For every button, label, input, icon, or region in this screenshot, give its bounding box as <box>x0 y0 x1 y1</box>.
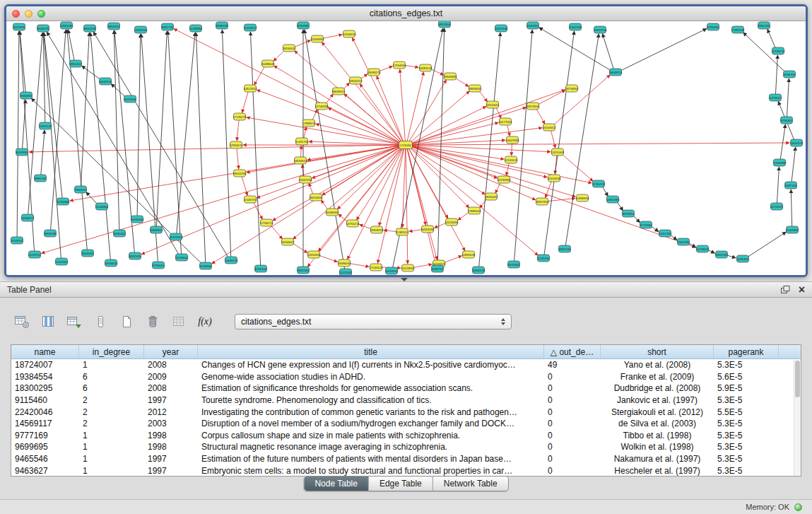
graph-edge[interactable] <box>137 34 141 216</box>
graph-node[interactable]: 11312802 <box>55 258 69 265</box>
graph-edge[interactable] <box>379 148 404 226</box>
graph-node[interactable]: 10851380 <box>606 196 620 203</box>
graph-node[interactable]: 9066865 <box>20 92 33 99</box>
graph-node[interactable]: 11260686 <box>57 198 70 205</box>
graph-node[interactable]: 22063992 <box>311 35 324 42</box>
graph-edge[interactable] <box>402 148 405 228</box>
table-row[interactable]: 1872400712008Changes of HCN gene express… <box>11 359 801 371</box>
graph-node[interactable]: 8653930 <box>16 148 28 156</box>
close-window-button[interactable] <box>12 10 20 18</box>
graph-edge[interactable] <box>196 33 205 262</box>
graph-edge[interactable] <box>431 69 444 76</box>
table-mode-icon[interactable] <box>13 313 31 331</box>
graph-node[interactable]: 9356982 <box>298 22 310 29</box>
table-row[interactable]: 946554611997Estimation of the future num… <box>11 453 801 465</box>
graph-node[interactable]: 10581482 <box>60 22 73 29</box>
graph-node[interactable]: 10631149 <box>39 122 52 129</box>
graph-node[interactable]: 15056607 <box>281 238 295 245</box>
graph-edge[interactable] <box>791 189 792 226</box>
graph-node[interactable]: 18698321 <box>332 88 346 95</box>
graph-node[interactable]: 12544310 <box>343 30 356 37</box>
graph-node[interactable]: 11381258 <box>731 26 745 33</box>
graph-node[interactable]: 17989070 <box>302 119 316 127</box>
graph-node[interactable]: 12953070 <box>230 141 243 148</box>
table-row[interactable]: 2242004622012Investigating the contribut… <box>11 406 801 418</box>
column-header[interactable]: title <box>198 345 544 358</box>
table-scrollbar[interactable] <box>794 360 801 476</box>
graph-edge[interactable] <box>536 109 545 124</box>
graph-node[interactable]: 11381111 <box>396 228 408 235</box>
graph-node[interactable]: 9570942 <box>508 261 520 268</box>
graph-edge[interactable] <box>156 31 167 226</box>
graph-node[interactable]: 8908199 <box>45 230 57 237</box>
graph-node[interactable]: 18414406 <box>310 194 323 201</box>
graph-edge[interactable] <box>407 148 437 259</box>
graph-edge[interactable] <box>23 100 26 148</box>
graph-node[interactable]: 17554300 <box>393 62 406 69</box>
graph-node[interactable]: 9425905 <box>13 23 25 30</box>
graph-edge[interactable] <box>111 84 125 98</box>
graph-node[interactable]: 10197507 <box>28 251 42 258</box>
tab-edge-table[interactable]: Edge Table <box>369 477 433 491</box>
graph-edge[interactable] <box>309 183 313 194</box>
column-header[interactable]: △ out_de… <box>544 345 601 358</box>
graph-edge[interactable] <box>411 146 535 200</box>
graph-node[interactable]: 9025506 <box>124 95 136 103</box>
graph-node[interactable]: 11371652 <box>339 269 353 275</box>
graph-node[interactable]: 9854220 <box>108 23 120 30</box>
graph-node[interactable]: 9048752 <box>432 265 444 272</box>
graph-edge[interactable] <box>479 33 500 267</box>
scrollbar-thumb[interactable] <box>795 361 800 397</box>
window-titlebar[interactable]: citations_edges.txt <box>6 6 806 21</box>
graph-edge[interactable] <box>257 90 400 144</box>
graph-edge[interactable] <box>247 117 400 144</box>
graph-edge[interactable] <box>435 223 447 228</box>
graph-edge[interactable] <box>409 230 422 232</box>
graph-node[interactable]: 18593275 <box>367 69 381 76</box>
graph-edge[interactable] <box>455 78 469 86</box>
graph-node[interactable]: 8962145 <box>758 22 770 29</box>
graph-edge[interactable] <box>41 130 45 175</box>
graph-node[interactable]: 11478527 <box>769 94 782 101</box>
graph-node[interactable]: 12891630 <box>462 251 476 258</box>
import-table-icon[interactable] <box>65 313 83 331</box>
graph-edge[interactable] <box>479 90 488 102</box>
graph-edge[interactable] <box>617 201 623 211</box>
graph-node[interactable]: 9852203 <box>70 60 82 67</box>
graph-edge[interactable] <box>254 66 265 85</box>
graph-node[interactable]: 10840136 <box>472 267 486 274</box>
graph-edge[interactable] <box>274 66 401 144</box>
graph-node[interactable]: 16116612 <box>543 124 556 131</box>
column-header[interactable]: pagerank <box>714 345 779 358</box>
graph-node[interactable]: 12161619 <box>505 156 518 163</box>
graph-edge[interactable] <box>413 264 432 268</box>
graph-edge[interactable] <box>301 146 302 157</box>
graph-node[interactable]: 9790219 <box>593 180 605 187</box>
graph-edge[interactable] <box>787 78 789 117</box>
graph-edge[interactable] <box>458 212 469 220</box>
graph-edge[interactable] <box>47 32 179 255</box>
graph-edge[interactable] <box>538 90 565 105</box>
graph-edge[interactable] <box>780 124 785 159</box>
graph-node[interactable]: 9497246 <box>785 182 797 189</box>
graph-node[interactable]: 11026753 <box>244 196 257 203</box>
graph-edge[interactable] <box>321 200 328 210</box>
graph-node[interactable]: 11157796 <box>659 230 672 237</box>
graph-node[interactable]: 11472640 <box>170 233 183 240</box>
graph-edge[interactable] <box>177 33 195 233</box>
graph-node[interactable]: 9462734 <box>162 23 174 30</box>
graph-node[interactable]: 9753510 <box>11 237 23 244</box>
graph-edge[interactable] <box>553 75 610 125</box>
graph-edge[interactable] <box>565 34 599 245</box>
graph-node[interactable]: 9342780 <box>678 238 690 245</box>
graph-node[interactable]: 11431756 <box>295 138 309 145</box>
graph-node[interactable]: 9881706 <box>35 175 47 182</box>
graph-node[interactable]: 18200431 <box>283 45 296 52</box>
graph-node[interactable]: 13211609 <box>551 148 565 156</box>
graph-edge[interactable] <box>708 250 715 253</box>
graph-node[interactable]: 19734902 <box>565 85 579 92</box>
graph-node[interactable]: 8679914 <box>623 210 635 217</box>
graph-node[interactable]: 11005853 <box>786 226 799 233</box>
graph-node[interactable]: 8635402 <box>114 230 126 237</box>
graph-edge[interactable] <box>82 66 101 79</box>
